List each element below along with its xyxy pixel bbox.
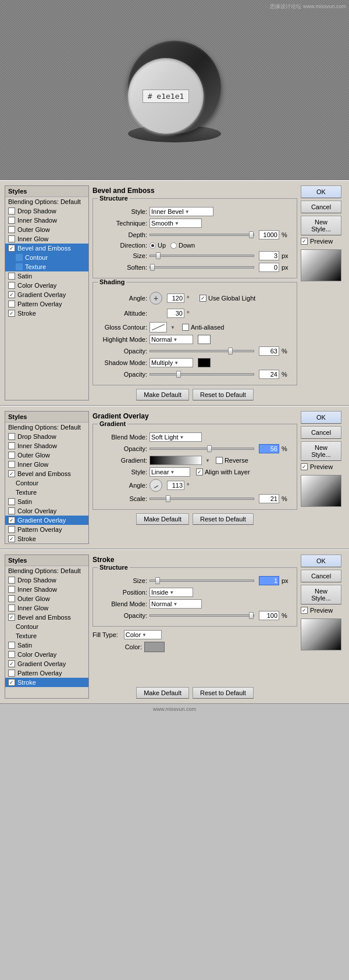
- size-slider[interactable]: [149, 255, 254, 257]
- depth-value[interactable]: 1000: [259, 230, 279, 239]
- sidebar-item-stroke[interactable]: Stroke: [5, 309, 88, 318]
- stroke-opacity-slider[interactable]: [149, 614, 254, 617]
- new-style-btn-3[interactable]: New Style...: [301, 585, 341, 605]
- cancel-btn-3[interactable]: Cancel: [301, 570, 341, 582]
- direction-down[interactable]: Down: [170, 242, 195, 249]
- opacity-slider-2[interactable]: [149, 448, 254, 450]
- preview-check-1[interactable]: [301, 238, 308, 245]
- sidebar3-stroke[interactable]: Stroke: [5, 678, 88, 687]
- angle-dial-2[interactable]: [149, 479, 162, 492]
- shadow-opacity-slider[interactable]: [149, 373, 254, 375]
- sidebar2-satin[interactable]: Satin: [5, 497, 88, 506]
- stroke-color-swatch[interactable]: [144, 642, 165, 652]
- angle-value[interactable]: 120: [167, 294, 184, 303]
- blend-mode-select-2[interactable]: Soft Light ▼: [149, 432, 202, 442]
- opacity-value-2[interactable]: 56: [259, 444, 279, 453]
- scale-value-2[interactable]: 21: [259, 494, 279, 503]
- soften-slider[interactable]: [149, 266, 254, 269]
- preview-check-3[interactable]: [301, 607, 308, 614]
- reset-default-btn-3[interactable]: Reset to Default: [193, 687, 254, 699]
- satin-checkbox[interactable]: [8, 273, 15, 280]
- sidebar3-inner-glow[interactable]: Inner Glow: [5, 603, 88, 613]
- sidebar2-outer-glow[interactable]: Outer Glow: [5, 450, 88, 460]
- shadow-opacity-value[interactable]: 24: [259, 370, 279, 379]
- inner-shadow-checkbox[interactable]: [8, 217, 15, 224]
- color-overlay-checkbox[interactable]: [8, 282, 15, 289]
- down-radio[interactable]: [170, 242, 177, 249]
- sidebar-item-texture[interactable]: Texture: [5, 262, 88, 271]
- sidebar2-texture[interactable]: Texture: [5, 488, 88, 497]
- sidebar-item-gradient-overlay[interactable]: Gradient Overlay: [5, 290, 88, 299]
- sidebar-item-pattern-overlay[interactable]: Pattern Overlay: [5, 299, 88, 309]
- sidebar2-bevel-emboss[interactable]: Bevel and Emboss: [5, 469, 88, 478]
- sidebar3-inner-shadow[interactable]: Inner Shadow: [5, 585, 88, 594]
- sidebar2-stroke[interactable]: Stroke: [5, 534, 88, 543]
- stroke-size-value[interactable]: 1: [259, 576, 279, 585]
- inner-glow-checkbox[interactable]: [8, 235, 15, 242]
- reverse-check[interactable]: [216, 457, 223, 464]
- depth-slider[interactable]: [149, 234, 254, 236]
- sidebar-item-outer-glow[interactable]: Outer Glow: [5, 225, 88, 234]
- size-value[interactable]: 3: [259, 251, 279, 260]
- scale-slider-2[interactable]: [149, 498, 254, 500]
- pattern-overlay-checkbox[interactable]: [8, 301, 15, 307]
- ok-btn-1[interactable]: OK: [301, 185, 341, 198]
- shadow-mode-select[interactable]: Multiply ▼: [149, 358, 193, 367]
- angle-value-2[interactable]: 113: [167, 481, 184, 490]
- sidebar3-pattern-overlay[interactable]: Pattern Overlay: [5, 668, 88, 678]
- sidebar3-contour[interactable]: Contour: [5, 622, 88, 631]
- shadow-color[interactable]: [198, 358, 211, 367]
- sidebar2-drop-shadow[interactable]: Drop Shadow: [5, 432, 88, 441]
- contour-preview[interactable]: [149, 322, 167, 332]
- gradient-overlay-checkbox[interactable]: [8, 291, 15, 298]
- sidebar-item-blending[interactable]: Blending Options: Default: [5, 197, 88, 206]
- sidebar2-inner-glow[interactable]: Inner Glow: [5, 460, 88, 469]
- global-light-check[interactable]: [200, 295, 206, 302]
- gradient-bar[interactable]: [149, 456, 202, 465]
- stroke-size-slider[interactable]: [149, 580, 254, 582]
- sidebar2-contour[interactable]: Contour: [5, 478, 88, 488]
- direction-up[interactable]: Up: [149, 242, 166, 249]
- new-style-btn-1[interactable]: New Style...: [301, 216, 341, 235]
- sidebar3-color-overlay[interactable]: Color Overlay: [5, 650, 88, 659]
- highlight-opacity-slider[interactable]: [149, 350, 254, 352]
- sidebar-item-bevel-emboss[interactable]: Bevel and Emboss: [5, 244, 88, 253]
- sidebar-item-satin[interactable]: Satin: [5, 271, 88, 281]
- sidebar2-gradient-overlay[interactable]: Gradient Overlay: [5, 516, 88, 525]
- ok-btn-3[interactable]: OK: [301, 555, 341, 567]
- highlight-mode-select[interactable]: Normal ▼: [149, 335, 193, 344]
- bevel-emboss-checkbox[interactable]: [8, 245, 15, 252]
- preview-check-2[interactable]: [301, 463, 308, 470]
- stroke-blend-select[interactable]: Normal ▼: [149, 599, 202, 609]
- make-default-btn-2[interactable]: Make Default: [136, 513, 189, 525]
- style-select-2[interactable]: Linear ▼: [149, 467, 190, 477]
- stroke-opacity-value[interactable]: 100: [259, 611, 279, 620]
- angle-dial[interactable]: +: [149, 292, 162, 305]
- sidebar3-satin[interactable]: Satin: [5, 641, 88, 650]
- sidebar3-bevel-emboss[interactable]: Bevel and Emboss: [5, 613, 88, 622]
- align-layer-check[interactable]: [196, 468, 203, 475]
- sidebar2-inner-shadow[interactable]: Inner Shadow: [5, 441, 88, 450]
- make-default-btn-3[interactable]: Make Default: [136, 687, 189, 699]
- sidebar2-color-overlay[interactable]: Color Overlay: [5, 506, 88, 516]
- highlight-opacity-value[interactable]: 63: [259, 346, 279, 356]
- ok-btn-2[interactable]: OK: [301, 411, 341, 424]
- sidebar3-outer-glow[interactable]: Outer Glow: [5, 594, 88, 603]
- altitude-value[interactable]: 30: [167, 309, 184, 318]
- style-select[interactable]: Inner Bevel ▼: [149, 207, 213, 216]
- make-default-btn-1[interactable]: Make Default: [136, 389, 189, 400]
- sidebar3-gradient-overlay[interactable]: Gradient Overlay: [5, 659, 88, 668]
- drop-shadow-checkbox[interactable]: [8, 208, 15, 214]
- cancel-btn-2[interactable]: Cancel: [301, 426, 341, 439]
- sidebar-item-drop-shadow[interactable]: Drop Shadow: [5, 206, 88, 216]
- sidebar3-texture[interactable]: Texture: [5, 631, 88, 641]
- sidebar-item-contour[interactable]: Contour: [5, 253, 88, 262]
- stroke-checkbox[interactable]: [8, 310, 15, 317]
- up-radio[interactable]: [149, 242, 156, 249]
- reset-default-btn-2[interactable]: Reset to Default: [193, 513, 254, 525]
- sidebar-item-inner-shadow[interactable]: Inner Shadow: [5, 216, 88, 225]
- new-style-btn-2[interactable]: New Style...: [301, 441, 341, 461]
- anti-aliased-check[interactable]: [182, 324, 189, 331]
- sidebar3-blending[interactable]: Blending Options: Default: [5, 566, 88, 575]
- fill-type-select[interactable]: Color ▼: [124, 630, 162, 639]
